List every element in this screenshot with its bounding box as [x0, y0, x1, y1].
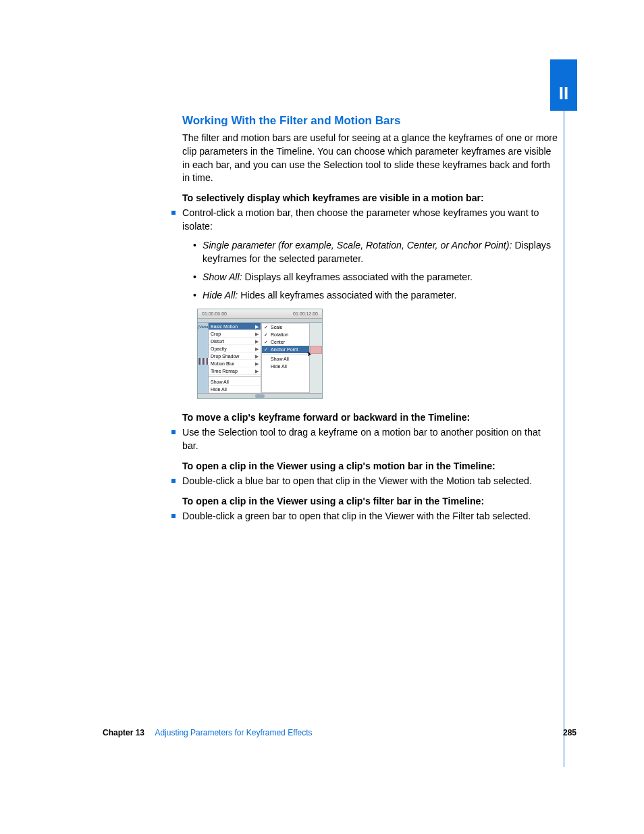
submenu-item-anchor-point[interactable]: ✓Anchor Point — [262, 346, 309, 353]
task4-step: Double-click a green bar to open that cl… — [182, 510, 558, 523]
sub-term: Single parameter (for example, Scale, Ro… — [203, 240, 512, 251]
task2-step: Use the Selection tool to drag a keyfram… — [182, 426, 558, 453]
task2-heading: To move a clip's keyframe forward or bac… — [182, 411, 558, 425]
sub-term: Hide All: — [203, 290, 238, 301]
submenu-item-rotation[interactable]: ✓Rotation — [262, 331, 309, 338]
menu-item-crop[interactable]: Crop▶ — [209, 330, 261, 338]
submenu-item-show-all[interactable]: Show All — [262, 355, 309, 363]
submenu-item-hide-all[interactable]: Hide All — [262, 363, 309, 370]
part-tab: II — [550, 59, 577, 111]
scrollbar[interactable] — [198, 393, 322, 398]
task3-step: Double-click a blue bar to open that cli… — [182, 475, 558, 488]
check-icon: ✓ — [264, 339, 269, 346]
task1-step: Control-click a motion bar, then choose … — [182, 207, 558, 234]
submenu-arrow-icon: ▶ — [255, 346, 259, 353]
menu-item-motion-blur[interactable]: Motion Blur▶ — [209, 360, 261, 367]
submenu-arrow-icon: ▶ — [255, 338, 259, 345]
menu-item-drop-shadow[interactable]: Drop Shadow▶ — [209, 353, 261, 360]
task3-heading: To open a clip in the Viewer using a cli… — [182, 460, 558, 473]
timecode-2: 01:00:12:00 — [293, 311, 318, 317]
track-patch — [198, 358, 209, 365]
side-rule — [564, 111, 564, 767]
scrollbar-thumb[interactable] — [255, 394, 265, 398]
sub-option: Single parameter (for example, Scale, Ro… — [203, 239, 558, 266]
sub-option: Hide All: Hides all keyframes associated… — [203, 289, 558, 303]
submenu-item-scale[interactable]: ✓Scale — [262, 323, 309, 331]
page-number: 285 — [563, 728, 576, 737]
check-icon: ✓ — [264, 346, 269, 353]
check-icon: ✓ — [264, 324, 269, 331]
task4-heading: To open a clip in the Viewer using a cli… — [182, 495, 558, 509]
section-heading: Working With the Filter and Motion Bars — [182, 113, 558, 129]
submenu-arrow-icon: ▶ — [255, 368, 259, 375]
page-content: Working With the Filter and Motion Bars … — [182, 113, 558, 527]
menu-item-time-remap[interactable]: Time Remap▶ — [209, 367, 261, 375]
menu-item-opacity[interactable]: Opacity▶ — [209, 345, 261, 353]
submenu-arrow-icon: ▶ — [255, 361, 259, 367]
parameter-submenu[interactable]: ✓Scale ✓Rotation ✓Center ✓Anchor Point S… — [261, 323, 310, 393]
sub-option: Show All: Displays all keyframes associa… — [203, 271, 558, 284]
chapter-title: Adjusting Parameters for Keyframed Effec… — [155, 728, 312, 737]
chapter-label: Chapter 13 — [103, 728, 144, 737]
menu-item-hide-all[interactable]: Hide All — [209, 386, 261, 393]
clip-strip — [310, 346, 322, 354]
sub-desc: Hides all keyframes associated with the … — [238, 290, 456, 301]
context-menu-screenshot: 01:00:06:00 01:00:12:00 (Varia Basic Mot… — [197, 309, 323, 399]
submenu-arrow-icon: ▶ — [255, 323, 259, 330]
submenu-item-center[interactable]: ✓Center — [262, 338, 309, 346]
timecode-1: 01:00:06:00 — [202, 311, 227, 317]
sub-term: Show All: — [203, 271, 242, 282]
task1-heading: To selectively display which keyframes a… — [182, 192, 558, 205]
submenu-arrow-icon: ▶ — [255, 353, 259, 360]
menu-item-show-all[interactable]: Show All — [209, 378, 261, 386]
submenu-arrow-icon: ▶ — [255, 331, 259, 338]
parameter-menu[interactable]: Basic Motion▶ Crop▶ Distort▶ Opacity▶ Dr… — [209, 323, 261, 393]
page-footer: Chapter 13 Adjusting Parameters for Keyf… — [103, 728, 576, 737]
menu-item-basic-motion[interactable]: Basic Motion▶ — [209, 323, 261, 330]
menu-item-distort[interactable]: Distort▶ — [209, 338, 261, 345]
sub-desc: Displays all keyframes associated with t… — [242, 271, 473, 282]
timeline-ruler: 01:00:06:00 01:00:12:00 — [198, 309, 322, 319]
check-icon: ✓ — [264, 332, 269, 338]
sub-option-list: Single parameter (for example, Scale, Ro… — [182, 239, 558, 303]
intro-paragraph: The filter and motion bars are useful fo… — [182, 132, 558, 186]
